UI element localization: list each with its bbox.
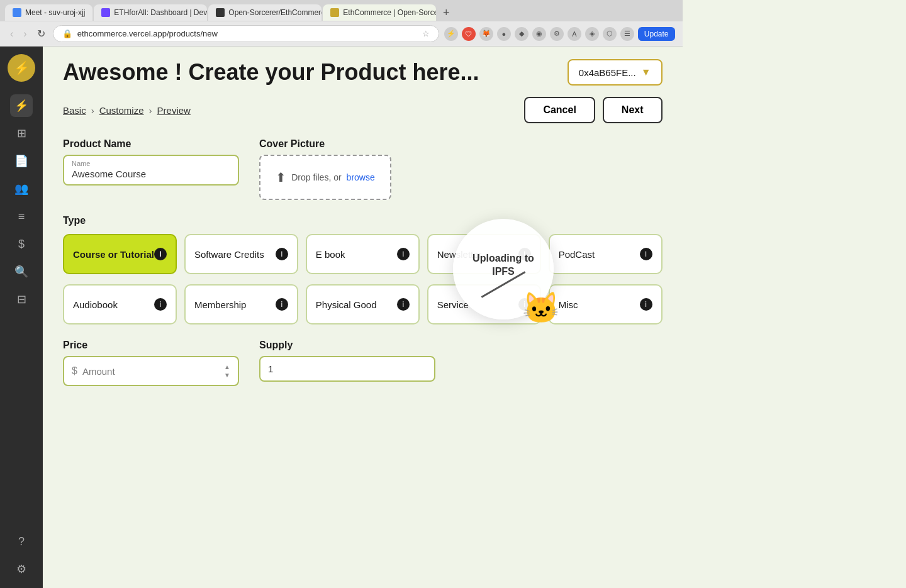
- name-cover-row: Product Name Name Cover Picture ⬆ Drop f…: [63, 138, 663, 200]
- breadcrumb-customize[interactable]: Customize: [99, 105, 144, 116]
- type-grid-row2: Audiobook i Membership i Physical Good i: [63, 284, 663, 325]
- price-group: Price $ ▲ ▼: [63, 340, 239, 386]
- supply-input[interactable]: [259, 356, 435, 382]
- dollar-icon: $: [72, 365, 77, 377]
- cover-picture-group: Cover Picture ⬆ Drop files, or browse: [259, 138, 391, 200]
- type-card-physical[interactable]: Physical Good i: [306, 284, 420, 325]
- sidebar: ⚡ ⚡ ⊞ 📄 👥 ≡ $ 🔍 ⊟ ? ⚙: [0, 47, 43, 588]
- name-input-wrapper[interactable]: Name: [63, 155, 239, 186]
- address-bar: ‹ › ↻ 🔒 ethcommerce.vercel.app/products/…: [0, 21, 683, 46]
- tab-meet[interactable]: Meet - suv-uroj-xjj: [5, 4, 92, 21]
- info-icon-software[interactable]: i: [276, 248, 288, 260]
- tab-devfolio[interactable]: ETHforAll: Dashboard | Devfolio: [94, 4, 207, 21]
- type-card-podcast[interactable]: PodCast i: [549, 234, 663, 274]
- sidebar-item-users[interactable]: 👥: [10, 177, 33, 200]
- info-icon-newsletter[interactable]: i: [518, 248, 531, 260]
- toolbar-icon-9[interactable]: ◈: [585, 27, 599, 41]
- info-icon-service[interactable]: i: [518, 298, 531, 311]
- page-title: Awesome ! Create your Product here...: [63, 59, 479, 86]
- sidebar-item-table[interactable]: ⊟: [10, 288, 33, 311]
- browser-chrome: Meet - suv-uroj-xjj ETHforAll: Dashboard…: [0, 0, 683, 47]
- product-name-input[interactable]: [72, 167, 230, 180]
- toolbar-icon-6[interactable]: ◉: [532, 27, 546, 41]
- cover-label: Cover Picture: [259, 138, 391, 150]
- next-button[interactable]: Next: [603, 97, 663, 123]
- tab-favicon-meet: [13, 8, 21, 17]
- sidebar-item-settings[interactable]: ⚙: [10, 558, 33, 580]
- type-card-course[interactable]: Course or Tutorial i: [63, 234, 177, 274]
- toolbar-icons: ⚡ 🛡 🦊 ● ◆ ◉ ⚙ A ◈ ⬡ ☰ Update: [444, 27, 675, 41]
- browse-link[interactable]: browse: [347, 172, 375, 182]
- breadcrumb-preview[interactable]: Preview: [157, 105, 191, 116]
- type-card-misc[interactable]: Misc i: [549, 284, 663, 325]
- type-card-audiobook[interactable]: Audiobook i: [63, 284, 177, 325]
- toolbar-icon-11[interactable]: ☰: [620, 27, 634, 41]
- product-name-group: Product Name Name: [63, 138, 239, 200]
- sidebar-item-help[interactable]: ?: [10, 530, 33, 553]
- info-icon-membership[interactable]: i: [276, 298, 288, 311]
- sidebar-item-document[interactable]: 📄: [10, 150, 33, 172]
- app-logo[interactable]: ⚡: [8, 54, 35, 82]
- toolbar-icon-10[interactable]: ⬡: [603, 27, 617, 41]
- type-card-ebook[interactable]: E book i: [306, 234, 420, 274]
- tab-favicon-ethcommerce: [330, 8, 339, 17]
- new-tab-button[interactable]: +: [437, 4, 455, 21]
- sidebar-item-dollar[interactable]: $: [10, 233, 33, 255]
- logo-icon: ⚡: [14, 60, 30, 75]
- type-label-course: Course or Tutorial: [73, 249, 154, 260]
- cancel-button[interactable]: Cancel: [524, 97, 595, 123]
- tab-label-ethcommerce: EthCommerce | Open-Sorcere...: [343, 8, 436, 17]
- toolbar-icon-1[interactable]: ⚡: [444, 27, 458, 41]
- type-card-software[interactable]: Software Credits i: [184, 234, 298, 274]
- product-name-label: Product Name: [63, 138, 239, 150]
- tab-favicon-github: [216, 8, 225, 17]
- wallet-button[interactable]: 0x4aB65FE... ▼: [568, 59, 663, 86]
- info-icon-misc[interactable]: i: [640, 298, 652, 311]
- tab-favicon-devfolio: [101, 8, 110, 17]
- toolbar-icon-2[interactable]: 🛡: [462, 27, 476, 41]
- info-icon-physical[interactable]: i: [397, 298, 410, 311]
- spinner-down[interactable]: ▼: [224, 372, 230, 379]
- breadcrumb: Basic › Customize › Preview: [63, 105, 191, 116]
- info-icon-audiobook[interactable]: i: [154, 298, 167, 311]
- sidebar-item-lightning[interactable]: ⚡: [10, 94, 33, 117]
- reload-button[interactable]: ↻: [35, 25, 48, 42]
- supply-label: Supply: [259, 340, 435, 351]
- type-label-newsletter: Newsletter: [437, 249, 482, 260]
- type-card-service[interactable]: Service i: [427, 284, 541, 325]
- type-card-newsletter[interactable]: Newsletter i: [427, 234, 541, 274]
- topbar: Awesome ! Create your Product here... 0x…: [43, 47, 683, 92]
- breadcrumb-basic[interactable]: Basic: [63, 105, 86, 116]
- toolbar-icon-5[interactable]: ◆: [515, 27, 528, 41]
- type-label-podcast: PodCast: [559, 249, 595, 260]
- toolbar-icon-8[interactable]: A: [568, 27, 581, 41]
- upload-icon: ⬆: [276, 170, 286, 185]
- update-button[interactable]: Update: [638, 27, 675, 41]
- toolbar-icon-3[interactable]: 🦊: [479, 27, 493, 41]
- toolbar-icon-7[interactable]: ⚙: [550, 27, 564, 41]
- breadcrumb-sep-2: ›: [149, 105, 152, 116]
- tab-label-meet: Meet - suv-uroj-xjj: [25, 8, 85, 17]
- cover-upload-area[interactable]: ⬆ Drop files, or browse: [259, 155, 391, 200]
- price-input-wrapper[interactable]: $ ▲ ▼: [63, 356, 239, 386]
- tab-ethcommerce[interactable]: EthCommerce | Open-Sorcere... ✕: [323, 4, 436, 21]
- toolbar-icon-4[interactable]: ●: [497, 27, 511, 41]
- type-label-ebook: E book: [316, 249, 345, 260]
- type-card-membership[interactable]: Membership i: [184, 284, 298, 325]
- address-input-wrapper[interactable]: 🔒 ethcommerce.vercel.app/products/new ☆: [53, 25, 439, 42]
- forward-button[interactable]: ›: [21, 26, 29, 42]
- sidebar-item-list[interactable]: ≡: [10, 205, 33, 228]
- action-buttons: Cancel Next: [524, 97, 662, 123]
- info-icon-course[interactable]: i: [154, 248, 167, 260]
- price-spinner[interactable]: ▲ ▼: [224, 363, 230, 379]
- amount-input[interactable]: [82, 366, 219, 377]
- price-supply-row: Price $ ▲ ▼ Supply: [63, 340, 663, 386]
- wallet-chevron-icon: ▼: [641, 67, 651, 78]
- tab-github[interactable]: Open-Sorcerer/EthCommerce: Toke...: [208, 4, 322, 21]
- sidebar-item-search[interactable]: 🔍: [10, 260, 33, 283]
- spinner-up[interactable]: ▲: [224, 363, 230, 370]
- back-button[interactable]: ‹: [8, 26, 16, 42]
- info-icon-podcast[interactable]: i: [640, 248, 652, 260]
- info-icon-ebook[interactable]: i: [397, 248, 410, 260]
- sidebar-item-layers[interactable]: ⊞: [10, 122, 33, 145]
